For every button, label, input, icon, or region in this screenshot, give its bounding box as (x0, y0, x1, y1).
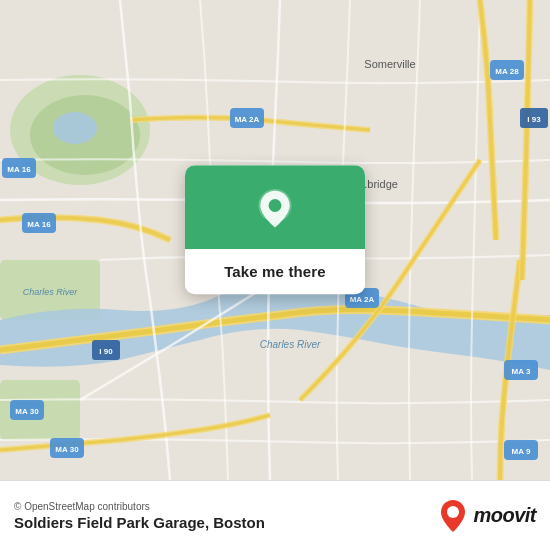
map-container: MA 2A MA 16 MA 16 I 90 MA 2A MA 28 I 93 … (0, 0, 550, 480)
svg-point-3 (53, 112, 97, 144)
svg-text:MA 28: MA 28 (495, 67, 519, 76)
bottom-bar: © OpenStreetMap contributors Soldiers Fi… (0, 480, 550, 550)
location-name: Soldiers Field Park Garage, Boston (14, 514, 265, 531)
svg-point-34 (447, 506, 459, 518)
location-card: Take me there (185, 165, 365, 294)
moovit-text: moovit (473, 504, 536, 527)
card-header (185, 165, 365, 249)
svg-text:MA 16: MA 16 (7, 165, 31, 174)
moovit-pin-icon (439, 498, 467, 534)
svg-text:Charles River: Charles River (23, 287, 79, 297)
svg-text:I 93: I 93 (527, 115, 541, 124)
svg-text:Somerville: Somerville (364, 58, 415, 70)
attribution-text: © OpenStreetMap contributors (14, 501, 265, 512)
take-me-there-button[interactable]: Take me there (185, 249, 365, 294)
svg-text:MA 3: MA 3 (512, 367, 531, 376)
svg-text:MA 30: MA 30 (55, 445, 79, 454)
location-pin-icon (253, 187, 297, 231)
moovit-logo: moovit (439, 498, 536, 534)
svg-text:MA 2A: MA 2A (235, 115, 260, 124)
svg-text:MA 2A: MA 2A (350, 295, 375, 304)
bottom-info: © OpenStreetMap contributors Soldiers Fi… (14, 501, 265, 531)
svg-text:MA 16: MA 16 (27, 220, 51, 229)
svg-text:MA 30: MA 30 (15, 407, 39, 416)
svg-point-33 (269, 199, 282, 212)
svg-text:I 90: I 90 (99, 347, 113, 356)
svg-text:Charles River: Charles River (260, 339, 321, 350)
svg-text:MA 9: MA 9 (512, 447, 531, 456)
